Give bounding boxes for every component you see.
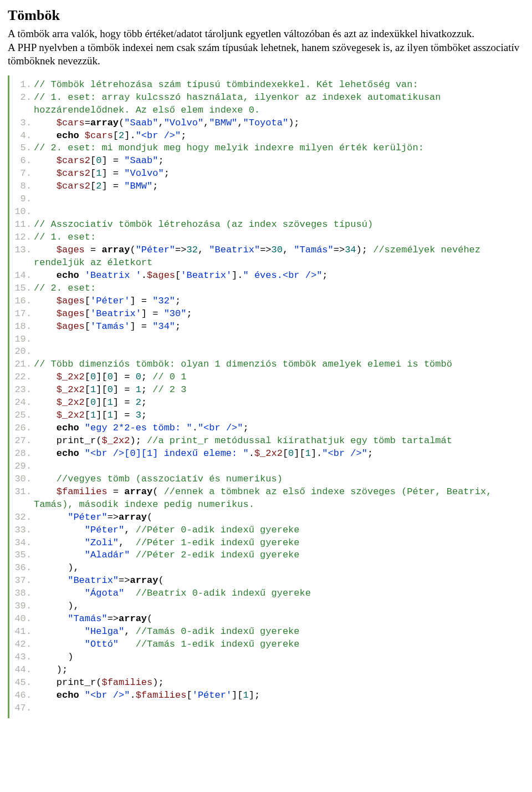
code-token-plain: ( xyxy=(147,613,152,624)
code-token-plain: ][ xyxy=(96,410,107,420)
line-number: 1. xyxy=(13,79,34,92)
code-token-plain: [ xyxy=(85,384,90,395)
line-number: 43. xyxy=(13,651,34,664)
code-token-num: 0 xyxy=(90,372,96,382)
line-number: 31. xyxy=(13,486,34,499)
code-content: ); xyxy=(34,664,524,677)
code-token-str: "BMW" xyxy=(209,118,237,128)
code-content: print_r($_2x2); //a print_r metódussal k… xyxy=(34,435,524,448)
code-token-comment: // Több dimenziós tömbök: olyan 1 dimenz… xyxy=(34,359,452,369)
code-token-str: "<br />" xyxy=(85,690,130,700)
code-token-str: "<br />[0][1] indexű eleme: " xyxy=(85,448,249,459)
code-line: 24. $_2x2[0][1] = 2; xyxy=(13,397,524,409)
code-token-var: $_2x2 xyxy=(57,384,85,395)
line-number: 29. xyxy=(13,460,34,473)
code-token-plain: ; xyxy=(141,372,152,382)
code-token-str: "egy 2*2-es tömb: " xyxy=(85,423,192,433)
code-token-plain: ] = xyxy=(101,168,124,179)
code-token-var: $_2x2 xyxy=(57,410,85,420)
code-token-str: "Saab" xyxy=(124,118,158,128)
code-line: 6. $cars2[0] = "Saab"; xyxy=(13,155,524,167)
code-token-plain: [ xyxy=(283,448,288,459)
code-token-comment: //Péter 0-adik indexű gyereke xyxy=(136,525,300,535)
code-content: $ages['Beatrix'] = "30"; xyxy=(34,308,524,321)
code-line: 32. "Péter"=>array( xyxy=(13,511,524,524)
code-token-plain: , xyxy=(124,525,135,535)
code-content: $ages['Péter'] = "32"; xyxy=(34,295,524,308)
code-content: "Tamás"=>array( xyxy=(34,613,524,626)
code-token-str: "Toyota" xyxy=(243,118,289,128)
code-token-comment: //Tamás 1-edik indexű gyereke xyxy=(136,639,300,649)
code-content: // 1. eset: xyxy=(34,231,524,244)
code-token-plain: ); xyxy=(288,118,299,128)
line-number: 26. xyxy=(13,422,34,435)
code-token-num: 34 xyxy=(345,245,356,255)
intro-text: A tömbök arra valók, hogy több értéket/a… xyxy=(8,27,524,68)
line-number: 8. xyxy=(13,180,34,193)
code-token-plain xyxy=(34,474,57,484)
code-token-str: 'Péter' xyxy=(192,690,232,700)
code-token-plain xyxy=(34,334,39,344)
page-title: Tömbök xyxy=(8,7,524,25)
code-content xyxy=(34,193,524,206)
code-content: ), xyxy=(34,562,524,575)
code-token-plain: => xyxy=(119,575,130,586)
code-token-str: "Péter" xyxy=(85,525,124,535)
code-token-plain xyxy=(34,613,68,624)
code-token-plain: [ xyxy=(90,168,96,179)
code-line: 10. xyxy=(13,206,524,219)
code-token-plain: print_r( xyxy=(34,677,101,688)
code-token-func: array xyxy=(124,486,152,497)
code-line: 29. xyxy=(13,460,524,473)
code-line: 26. echo "egy 2*2-es tömb: "."<br />"; xyxy=(13,422,524,435)
code-line: 5.// 2. eset: mi mondjuk meg hogy melyik… xyxy=(13,142,524,155)
code-token-str: "Péter" xyxy=(68,512,107,522)
code-content: $_2x2[0][1] = 2; xyxy=(34,397,524,409)
code-token-plain: [ xyxy=(113,130,119,141)
code-token-plain: [ xyxy=(90,155,96,166)
code-token-plain xyxy=(130,550,135,560)
code-token-var: $ages xyxy=(57,245,85,255)
code-token-comment: // 1. eset: array kulcsszó használata, i… xyxy=(34,92,447,115)
line-number: 16. xyxy=(13,295,34,308)
code-token-plain: ] = xyxy=(113,410,136,420)
code-token-plain: ; xyxy=(141,397,147,408)
code-token-plain: ][ xyxy=(96,384,107,395)
code-token-str: "Ágota" xyxy=(85,588,124,598)
line-number: 19. xyxy=(13,333,34,346)
code-token-plain xyxy=(79,423,85,433)
line-number: 30. xyxy=(13,473,34,486)
code-content: $families = array( //ennek a tömbnek az … xyxy=(34,486,524,511)
code-token-plain: ; xyxy=(175,296,181,306)
code-token-comment: // 0 1 xyxy=(152,372,186,382)
code-token-num: 0 xyxy=(96,155,101,166)
code-token-plain xyxy=(34,118,57,128)
code-token-num: 2 xyxy=(136,397,141,408)
code-token-plain: = xyxy=(85,245,102,255)
code-token-var: $cars2 xyxy=(57,181,90,191)
code-content: $cars2[2] = "BMW"; xyxy=(34,180,524,193)
code-token-str: "Ottó" xyxy=(85,639,119,649)
code-token-plain: [ xyxy=(85,308,90,319)
code-token-plain: ]. xyxy=(232,270,243,281)
code-token-plain: . xyxy=(192,423,198,433)
code-token-plain xyxy=(34,194,39,204)
code-token-plain: ] = xyxy=(141,308,164,319)
code-content: "Ottó" //Tamás 1-edik indexű gyereke xyxy=(34,638,524,651)
code-token-plain xyxy=(34,423,57,433)
line-number: 28. xyxy=(13,448,34,460)
code-token-op: = xyxy=(85,118,90,128)
code-token-plain xyxy=(34,181,57,191)
line-number: 11. xyxy=(13,219,34,231)
code-content: // 1. eset: array kulcsszó használata, i… xyxy=(34,92,524,117)
code-token-plain: ( xyxy=(147,512,152,522)
code-token-comment: // 2. eset: mi mondjuk meg hogy melyik i… xyxy=(34,143,424,153)
code-token-plain: [ xyxy=(175,270,181,281)
code-token-plain: ( xyxy=(152,486,163,497)
code-line: 13. $ages = array("Péter"=>32, "Beatrix"… xyxy=(13,244,524,270)
code-token-str: "Tamás" xyxy=(68,613,107,624)
code-token-plain: ; xyxy=(186,308,192,319)
code-token-plain xyxy=(34,550,85,560)
code-token-str: 'Beatrix ' xyxy=(85,270,141,281)
code-token-str: 'Péter' xyxy=(90,296,130,306)
